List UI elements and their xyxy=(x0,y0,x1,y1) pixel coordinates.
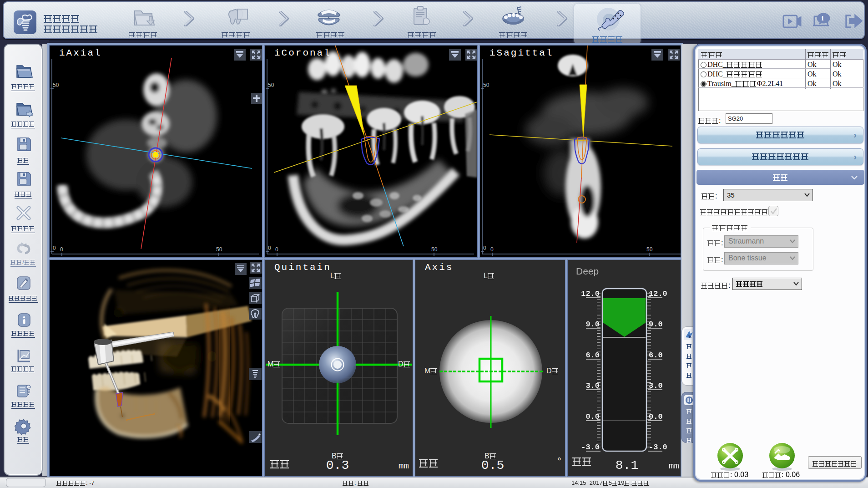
svg-text:50: 50 xyxy=(216,246,222,253)
svg-text:50: 50 xyxy=(268,82,274,88)
svg-text:0: 0 xyxy=(275,246,278,253)
svg-text:12.0: 12.0 xyxy=(649,290,667,298)
svg-text:0: 0 xyxy=(483,245,486,251)
svg-text:0: 0 xyxy=(268,245,271,251)
svg-text:0.0: 0.0 xyxy=(649,412,663,421)
svg-text:0.0: 0.0 xyxy=(585,412,600,421)
svg-text:50: 50 xyxy=(483,82,490,88)
svg-text:6.0: 6.0 xyxy=(649,351,663,360)
svg-text:50: 50 xyxy=(646,246,653,253)
svg-text:0: 0 xyxy=(60,246,63,253)
svg-text:9.0: 9.0 xyxy=(585,320,600,329)
svg-text:50: 50 xyxy=(53,82,59,88)
svg-text:50: 50 xyxy=(431,246,438,253)
svg-text:6.0: 6.0 xyxy=(585,351,600,360)
svg-text:i: i xyxy=(822,15,823,22)
svg-text:3.0: 3.0 xyxy=(649,381,663,390)
svg-text:9.0: 9.0 xyxy=(649,320,663,329)
svg-text:0: 0 xyxy=(53,245,56,251)
svg-text:12.0: 12.0 xyxy=(581,290,600,298)
svg-text:-3.0: -3.0 xyxy=(649,443,667,452)
svg-text:-3.0: -3.0 xyxy=(581,443,600,452)
svg-text:0: 0 xyxy=(490,246,494,253)
svg-text:3.0: 3.0 xyxy=(585,381,600,390)
